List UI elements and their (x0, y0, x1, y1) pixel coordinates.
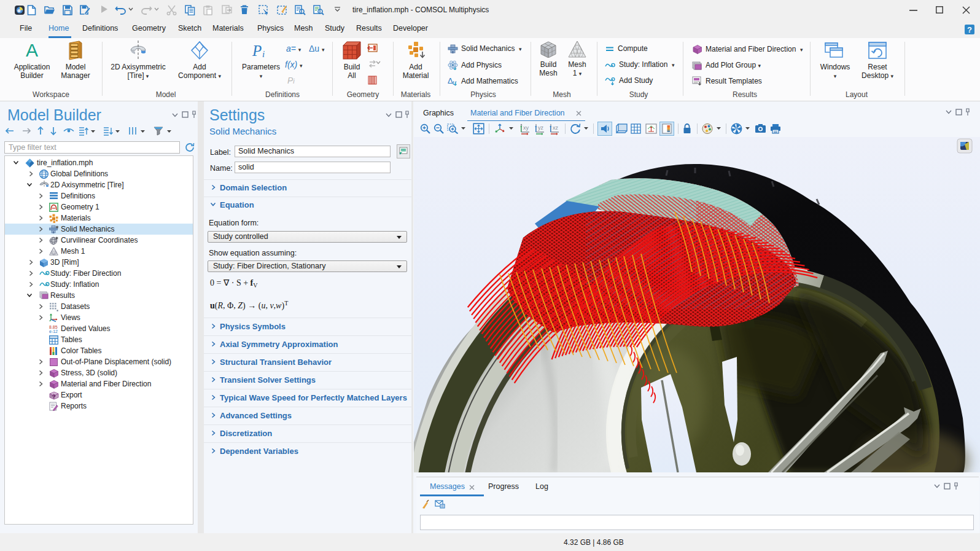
svg-text:8.85: 8.85 (49, 325, 58, 329)
svg-text:xz: xz (553, 125, 559, 131)
svg-text:A: A (26, 41, 38, 60)
svg-text:e-12: e-12 (49, 329, 58, 334)
svg-text:yz: yz (538, 125, 544, 131)
svg-text:xy: xy (523, 125, 529, 131)
svg-text:P: P (252, 42, 262, 59)
svg-text:i: i (262, 49, 265, 59)
